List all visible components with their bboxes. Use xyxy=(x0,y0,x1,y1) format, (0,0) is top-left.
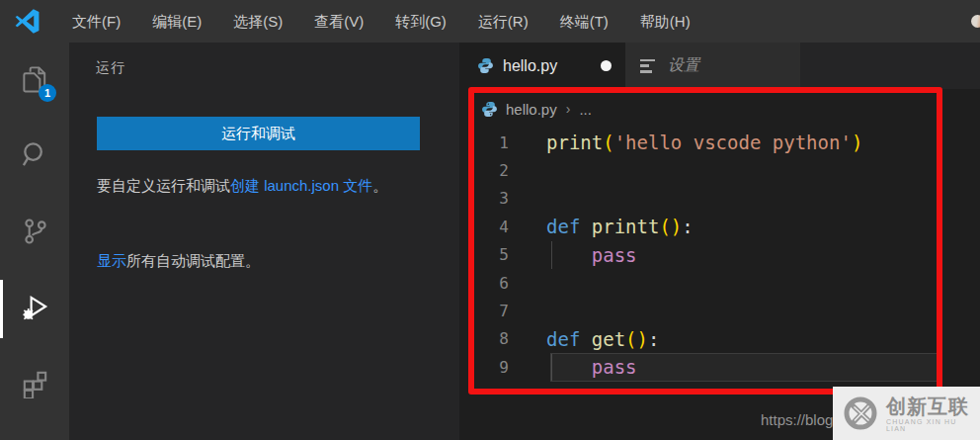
customize-hint-suffix: 。 xyxy=(372,177,387,194)
show-configs-link[interactable]: 显示 xyxy=(97,252,126,269)
activity-item-source-control[interactable] xyxy=(0,195,69,271)
run-and-debug-button[interactable]: 运行和调试 xyxy=(97,117,420,150)
line-number: 5 xyxy=(459,245,509,264)
show-configs-text: 显示所有自动调试配置。 xyxy=(97,248,438,273)
cx-brand-icon xyxy=(841,394,880,433)
line-content: pass xyxy=(546,356,637,378)
python-icon xyxy=(477,57,494,74)
menu-item-selection[interactable]: 选择(S) xyxy=(217,0,298,43)
line-content: print('hello vscode python') xyxy=(546,132,862,153)
create-launch-json-link[interactable]: 创建 launch.json 文件 xyxy=(230,177,372,194)
search-icon xyxy=(20,139,50,174)
line-number: 9 xyxy=(459,358,509,377)
activity-bar: 1 xyxy=(0,43,69,440)
source-control-icon xyxy=(20,216,50,250)
modified-dot-icon[interactable] xyxy=(601,60,612,71)
sidebar-title: 运行 xyxy=(96,59,125,77)
code-area[interactable]: 1print('hello vscode python')234def prin… xyxy=(459,129,980,382)
tab-settings[interactable]: 设置 xyxy=(625,43,800,89)
breadcrumb-rest[interactable]: ... xyxy=(579,101,592,118)
watermark-badge: 创新互联 CHUANG XIN HU LIAN xyxy=(833,387,980,440)
run-sidebar: 运行 运行和调试 要自定义运行和调试创建 launch.json 文件。 显示所… xyxy=(69,43,459,440)
breadcrumb[interactable]: hello.py › ... xyxy=(459,89,980,129)
vscode-logo-icon xyxy=(14,8,41,35)
menu-item-go[interactable]: 转到(G) xyxy=(379,0,462,43)
watermark-brand-sub: CHUANG XIN HU LIAN xyxy=(886,418,980,432)
code-line-5[interactable]: 5 pass xyxy=(459,241,980,269)
menu-items: 文件(F)编辑(E)选择(S)查看(V)转到(G)运行(R)终端(T)帮助(H) xyxy=(56,0,706,43)
menu-item-help[interactable]: 帮助(H) xyxy=(624,0,706,43)
line-number: 8 xyxy=(459,329,509,348)
watermark-url: https://blog xyxy=(761,411,833,428)
code-line-6[interactable]: 6 xyxy=(459,269,980,297)
menu-item-file[interactable]: 文件(F) xyxy=(56,0,136,43)
customize-hint-prefix: 要自定义运行和调试 xyxy=(97,177,230,194)
editor-group: hello.py设置 hello.py › ... 1print('hello … xyxy=(459,43,980,440)
line-number: 6 xyxy=(459,274,509,293)
watermark-brand: 创新互联 xyxy=(886,396,980,417)
line-number: 7 xyxy=(459,302,509,320)
activity-item-explorer[interactable]: 1 xyxy=(0,43,69,119)
tab-label: hello.py xyxy=(503,57,557,75)
menu-item-terminal[interactable]: 终端(T) xyxy=(544,0,624,43)
menubar-edge-dot xyxy=(971,15,980,28)
menu-item-view[interactable]: 查看(V) xyxy=(298,0,379,43)
show-configs-suffix: 所有自动调试配置。 xyxy=(126,252,260,269)
line-content: pass xyxy=(546,244,637,266)
code-line-1[interactable]: 1print('hello vscode python') xyxy=(459,129,980,156)
code-line-4[interactable]: 4def printt(): xyxy=(459,213,980,240)
activity-item-search[interactable] xyxy=(0,119,69,195)
line-content: def get(): xyxy=(546,328,659,350)
breadcrumb-separator: › xyxy=(566,101,571,117)
menu-item-edit[interactable]: 编辑(E) xyxy=(136,0,217,43)
extensions-icon xyxy=(20,368,50,402)
python-icon xyxy=(481,101,498,118)
settings-icon xyxy=(640,59,657,73)
breadcrumb-file[interactable]: hello.py xyxy=(506,101,557,118)
code-line-9[interactable]: 9 pass xyxy=(459,353,980,381)
tab-label: 设置 xyxy=(668,55,699,76)
activity-item-run-and-debug[interactable] xyxy=(0,271,69,347)
code-line-8[interactable]: 8def get(): xyxy=(459,325,980,353)
tab-bar: hello.py设置 xyxy=(459,43,980,89)
run-debug-icon xyxy=(20,292,50,326)
explorer-badge: 1 xyxy=(39,84,56,102)
line-number: 4 xyxy=(459,218,509,236)
line-number: 2 xyxy=(459,161,509,180)
line-content: def printt(): xyxy=(546,216,694,237)
activity-item-extensions[interactable] xyxy=(0,347,69,423)
code-line-3[interactable]: 3 xyxy=(459,185,980,213)
tab-hello-py[interactable]: hello.py xyxy=(459,43,625,89)
code-line-7[interactable]: 7 xyxy=(459,297,980,324)
line-number: 3 xyxy=(459,189,509,208)
menu-item-run[interactable]: 运行(R) xyxy=(462,0,544,43)
customize-hint-text: 要自定义运行和调试创建 launch.json 文件。 xyxy=(97,173,438,198)
line-number: 1 xyxy=(459,133,509,152)
menu-bar: 文件(F)编辑(E)选择(S)查看(V)转到(G)运行(R)终端(T)帮助(H) xyxy=(0,0,980,43)
code-line-2[interactable]: 2 xyxy=(459,156,980,184)
